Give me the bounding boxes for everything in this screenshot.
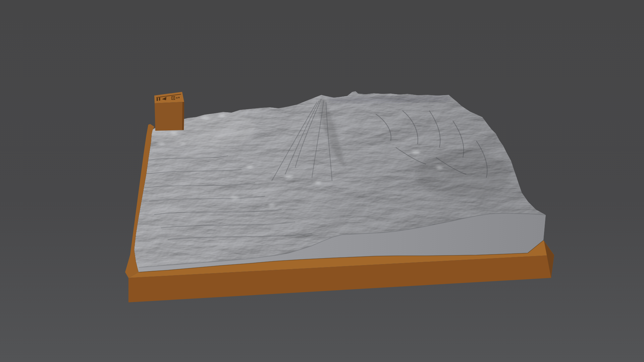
highlight bbox=[171, 132, 178, 135]
block-side-edge bbox=[182, 102, 184, 130]
highlight bbox=[268, 204, 275, 206]
engraved-mark bbox=[178, 97, 179, 98]
highlight bbox=[315, 181, 321, 184]
engraved-mark bbox=[157, 98, 158, 101]
corner-marker-block bbox=[154, 92, 184, 131]
render-canvas bbox=[0, 0, 644, 362]
3d-viewport[interactable] bbox=[0, 0, 644, 362]
block-front-face bbox=[155, 102, 184, 131]
highlight bbox=[231, 196, 239, 199]
engraved-mark bbox=[176, 97, 177, 99]
highlight bbox=[436, 166, 443, 169]
highlight bbox=[246, 166, 254, 168]
highlight bbox=[201, 117, 209, 119]
engraved-mark bbox=[159, 98, 160, 101]
highlight bbox=[219, 114, 225, 117]
highlight bbox=[180, 143, 186, 145]
highlight bbox=[285, 176, 293, 178]
dome-shadow-patch bbox=[416, 151, 510, 198]
highlight bbox=[157, 142, 165, 145]
engraved-mark bbox=[173, 98, 174, 99]
highlight bbox=[412, 151, 420, 154]
